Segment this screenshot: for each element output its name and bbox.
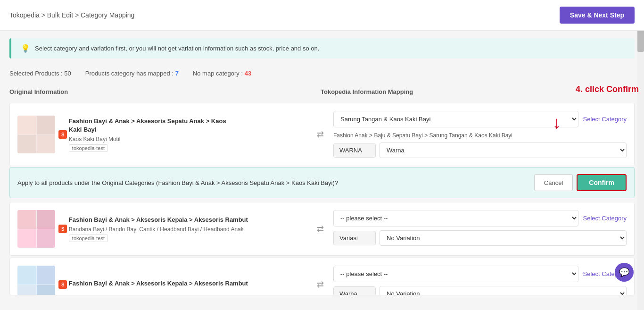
chat-widget[interactable]: 💬 — [615, 263, 634, 282]
variation-select-2[interactable]: No Variation — [380, 230, 627, 246]
mapping-path: Fashion Anak > Baju & Sepatu Bayi > Saru… — [333, 132, 627, 139]
mapping-row: Sarung Tangan & Kaos Kaki Bayi Select Ca… — [333, 111, 627, 127]
mapped-label: Products category has mapped : 7 — [85, 70, 179, 77]
product-store-2: tokopedia-test — [69, 235, 108, 242]
product-right-2: -- please select -- Select Category Vari… — [333, 210, 627, 248]
product-category-2: Fashion Bayi & Anak > Aksesoris Kepala >… — [69, 216, 312, 224]
columns-header: Original Information Tokopedia Informati… — [9, 84, 635, 99]
confirm-bar-buttons: Cancel Confirm — [534, 174, 627, 191]
product-left: S Fashion Bayi & Anak > Aksesoris Sepatu… — [17, 111, 329, 158]
stats-row: Selected Products : 50 Products category… — [0, 66, 644, 84]
click-confirm-instruction: 4. click Confirm — [576, 84, 639, 94]
product-thumbnail-2 — [17, 210, 55, 248]
product-right: Sarung Tangan & Kaos Kaki Bayi Select Ca… — [333, 111, 627, 158]
mapping-select-3[interactable]: -- please select -- — [333, 266, 578, 282]
swap-icon-2: ⇄ — [317, 224, 324, 234]
product-left-2: S Fashion Bayi & Anak > Aksesoris Kepala… — [17, 210, 329, 248]
selected-products-label: Selected Products : 50 — [9, 70, 71, 77]
product-name-2: Bandana Bayi / Bando Bayi Cantik / Headb… — [69, 226, 312, 233]
selected-count: 50 — [64, 70, 71, 77]
product-row-2: S Fashion Bayi & Anak > Aksesoris Kepala… — [9, 202, 635, 256]
product-row-3: S Fashion Bayi & Anak > Aksesoris Kepala… — [9, 258, 635, 295]
product-info-2: Fashion Bayi & Anak > Aksesoris Kepala >… — [69, 216, 312, 242]
cancel-button[interactable]: Cancel — [534, 174, 573, 191]
save-next-button[interactable]: Save & Next Step — [560, 7, 635, 24]
confirm-bar-text: Apply to all products under the Original… — [17, 179, 529, 186]
info-icon: 💡 — [21, 44, 30, 53]
product-row: 4. click Confirm ↓ S Fashion Bayi & Anak… — [9, 103, 635, 166]
content: Original Information Tokopedia Informati… — [0, 84, 644, 295]
swap-icon-3: ⇄ — [317, 279, 324, 290]
breadcrumb: Tokopedia > Bulk Edit > Category Mapping — [9, 11, 134, 19]
confirm-bar: Apply to all products under the Original… — [9, 167, 635, 198]
product-name: Kaos Kaki Bayi Motif — [69, 136, 312, 142]
info-banner: 💡 Select category and variation first, o… — [9, 38, 635, 59]
select-category-link[interactable]: Select Category — [583, 116, 627, 123]
product-thumbnail-3 — [17, 266, 55, 295]
product-category-3: Fashion Bayi & Anak > Aksesoris Kepala >… — [69, 279, 312, 288]
shopee-badge-3: S — [58, 280, 67, 289]
product-thumbnail — [17, 116, 55, 153]
col-original: Original Information — [9, 88, 321, 95]
mapped-count: 7 — [175, 70, 179, 77]
mapping-select-2[interactable]: -- please select -- — [333, 210, 578, 226]
variation-select[interactable]: Warna No Variation — [380, 142, 627, 158]
variation-label: WARNA — [333, 143, 376, 158]
product-category: Fashion Bayi & Anak > Aksesoris Sepatu A… — [69, 117, 312, 134]
variation-row-3: Warna No Variation — [333, 286, 627, 295]
product-right-3: -- please select -- Select Category Warn… — [333, 266, 627, 295]
nomap-label: No map category : 43 — [193, 70, 251, 77]
mapping-select[interactable]: Sarung Tangan & Kaos Kaki Bayi — [333, 111, 578, 127]
nomap-count: 43 — [245, 70, 251, 77]
shopee-badge-2: S — [58, 225, 67, 233]
product-info: Fashion Bayi & Anak > Aksesoris Sepatu A… — [69, 117, 312, 152]
swap-icon: ⇄ — [317, 129, 324, 140]
variation-label-2: Variasi — [333, 231, 376, 245]
select-category-link-2[interactable]: Select Category — [583, 215, 627, 222]
header: Tokopedia > Bulk Edit > Category Mapping… — [0, 0, 644, 31]
mapping-row-3: -- please select -- Select Category — [333, 266, 627, 282]
banner-text: Select category and variation first, or … — [35, 45, 319, 52]
mapping-row-2: -- please select -- Select Category — [333, 210, 627, 226]
variation-row: WARNA Warna No Variation — [333, 142, 627, 158]
variation-label-3: Warna — [333, 286, 376, 295]
product-store: tokopedia-test — [69, 144, 108, 152]
scrollbar-track — [637, 0, 644, 296]
product-left-3: S Fashion Bayi & Anak > Aksesoris Kepala… — [17, 266, 329, 295]
variation-row-2: Variasi No Variation — [333, 230, 627, 246]
variation-select-3[interactable]: No Variation — [380, 286, 627, 295]
product-info-3: Fashion Bayi & Anak > Aksesoris Kepala >… — [69, 279, 312, 290]
confirm-button[interactable]: Confirm — [577, 174, 627, 191]
red-arrow-down: ↓ — [553, 113, 561, 133]
shopee-badge: S — [58, 130, 67, 139]
